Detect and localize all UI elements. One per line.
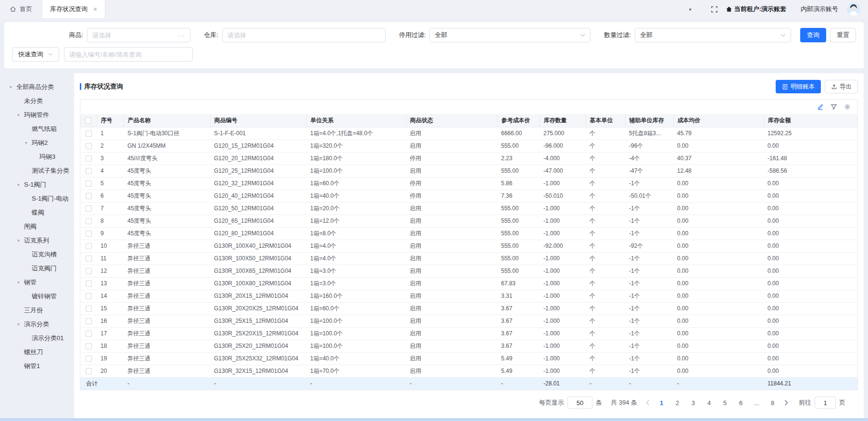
tree-item[interactable]: ▾全部商品分类: [10, 80, 74, 94]
row-checkbox[interactable]: [86, 243, 92, 249]
current-tenant[interactable]: 当前租户:演示账套: [726, 5, 786, 13]
page-button[interactable]: 2: [671, 396, 684, 409]
tree-item[interactable]: 钢管1: [10, 359, 74, 373]
tree-item[interactable]: ▾S-1阀门: [10, 178, 74, 191]
row-checkbox[interactable]: [86, 180, 92, 187]
row-checkbox[interactable]: [86, 218, 92, 224]
table-row[interactable]: 12异径三通G130R_100X65_12RM01G041箱=3.0个启用555…: [80, 265, 857, 277]
page-button[interactable]: 5: [718, 396, 731, 409]
more-options-icon[interactable]: ···: [177, 32, 185, 39]
tree-item[interactable]: 燃气纸箱: [10, 122, 74, 136]
row-checkbox[interactable]: [86, 281, 92, 287]
row-checkbox[interactable]: [86, 143, 92, 149]
table-row[interactable]: 745度弯头G120_50_12RM01G041箱=20.0个启用555.00-…: [80, 202, 857, 215]
tree-item[interactable]: 演示分类01: [10, 331, 74, 345]
table-row[interactable]: 17异径三通G130R_25X20X15_12RM01G041箱=100.0个启…: [80, 327, 857, 340]
expand-arrow-icon[interactable]: ▾: [10, 85, 16, 89]
row-checkbox[interactable]: [86, 155, 92, 162]
row-checkbox[interactable]: [86, 343, 92, 349]
row-checkbox[interactable]: [86, 268, 92, 274]
tab-home[interactable]: 首页: [0, 0, 42, 18]
table-row[interactable]: 345////度弯头G120_20_12RM01G041箱=180.0个停用2.…: [80, 152, 857, 165]
table-row[interactable]: 1S-1阀门-电动30口径S-1-F-E-0011箱=4.0个,1托盘=48.0…: [80, 127, 857, 140]
product-select-input[interactable]: [92, 32, 175, 39]
tree-item[interactable]: S-1阀门-电动: [10, 191, 74, 205]
row-checkbox[interactable]: [86, 130, 92, 137]
page-more-button[interactable]: ...: [750, 396, 763, 409]
search-button[interactable]: 查询: [800, 28, 826, 42]
row-checkbox[interactable]: [86, 318, 92, 324]
row-checkbox[interactable]: [86, 306, 92, 312]
row-checkbox[interactable]: [86, 230, 92, 237]
warehouse-select[interactable]: [222, 28, 386, 42]
table-row[interactable]: 11异径三通G130R_100X50_12RM01G041箱=4.0个启用555…: [80, 252, 857, 265]
tree-item[interactable]: 测试子集分类: [10, 164, 74, 178]
account-name[interactable]: 内部演示账号: [801, 5, 838, 13]
tree-item[interactable]: ▾迈克系列: [10, 233, 74, 247]
warehouse-select-input[interactable]: [227, 32, 380, 39]
detail-ledger-button[interactable]: 明细账本: [776, 80, 821, 93]
tree-item[interactable]: 三月份: [10, 303, 74, 317]
quick-query-input[interactable]: [69, 51, 188, 58]
table-row[interactable]: 945度弯头G120_80_12RM01G041箱=8.0个启用555.00-1…: [80, 227, 857, 240]
table-row[interactable]: 16异径三通G130R_25X15_12RM01G041箱=100.0个启用3.…: [80, 315, 857, 327]
tree-item[interactable]: 蝶阀: [10, 205, 74, 219]
page-button[interactable]: 3: [687, 396, 700, 409]
next-page-button[interactable]: [784, 400, 788, 406]
tree-item[interactable]: 未分类: [10, 94, 74, 108]
tab-inventory-query[interactable]: 库存状况查询 ×: [42, 0, 105, 18]
table-row[interactable]: 645度弯头G120_40_12RM01G041箱=40.0个停用7.36-50…: [80, 190, 857, 202]
filter-icon[interactable]: [830, 103, 837, 110]
row-checkbox[interactable]: [86, 368, 92, 374]
reset-button[interactable]: 重置: [830, 28, 856, 42]
tree-item[interactable]: 闸阀: [10, 219, 74, 233]
expand-arrow-icon[interactable]: ▾: [17, 113, 24, 117]
tree-item[interactable]: 迈克阀门: [10, 261, 74, 275]
table-row[interactable]: 20异径三通G130R_32X15_12RM01G041箱=70.0个启用5.4…: [80, 365, 857, 377]
table-row[interactable]: 19异径三通G130R_25X25X32_12RM01G041箱=40.0个启用…: [80, 352, 857, 365]
page-button[interactable]: 6: [734, 396, 747, 409]
table-row[interactable]: 15异径三通G130R_20X20X25_12RM01G041箱=60.0个启用…: [80, 302, 857, 315]
disable-filter-select[interactable]: 全部: [429, 28, 591, 42]
row-checkbox[interactable]: [86, 193, 92, 199]
row-checkbox[interactable]: [86, 255, 92, 262]
expand-arrow-icon[interactable]: ▾: [17, 182, 24, 187]
expand-arrow-icon[interactable]: ▾: [17, 238, 24, 243]
row-checkbox[interactable]: [86, 356, 92, 362]
row-checkbox[interactable]: [86, 331, 92, 337]
gear-icon[interactable]: [844, 103, 851, 110]
close-tab-icon[interactable]: ×: [93, 6, 97, 13]
prev-page-button[interactable]: [646, 400, 650, 406]
row-checkbox[interactable]: [86, 168, 92, 174]
goto-page-input[interactable]: [815, 396, 836, 409]
tree-item[interactable]: 螺丝刀: [10, 345, 74, 359]
tree-item[interactable]: 玛钢3: [10, 150, 74, 164]
tree-item[interactable]: ▾玛钢2: [10, 136, 74, 150]
export-button[interactable]: 导出: [825, 80, 858, 93]
tabs-dropdown-icon[interactable]: ▾: [689, 7, 692, 12]
quick-query-dropdown[interactable]: 快速查询: [12, 47, 59, 62]
edit-icon[interactable]: [817, 103, 824, 110]
fullscreen-icon[interactable]: [711, 6, 718, 13]
tree-item[interactable]: ▾玛钢管件: [10, 108, 74, 122]
table-row[interactable]: 10异径三通G130R_100X40_12RM01G041箱=4.0个启用555…: [80, 240, 857, 252]
table-row[interactable]: 545度弯头G120_32_12RM01G041箱=60.0个停用5.86-1.…: [80, 177, 857, 190]
page-button[interactable]: 1: [655, 396, 668, 409]
page-button[interactable]: 8: [766, 396, 779, 409]
table-row[interactable]: 18异径三通G130R_25X20_12RM01G041箱=100.0个启用3.…: [80, 340, 857, 352]
row-checkbox[interactable]: [86, 293, 92, 299]
expand-arrow-icon[interactable]: ▾: [17, 322, 24, 327]
table-row[interactable]: 445度弯头G120_25_12RM01G041箱=100.0个启用555.00…: [80, 165, 857, 177]
qty-filter-select[interactable]: 全部: [635, 28, 791, 42]
tree-item[interactable]: 迈克沟槽: [10, 247, 74, 261]
per-page-input[interactable]: [567, 396, 592, 409]
quick-query-box[interactable]: [64, 47, 193, 62]
tree-item[interactable]: ▾演示分类: [10, 317, 74, 331]
table-row[interactable]: 2GN 1/2X45MMG120_15_12RM01G041箱=320.0个启用…: [80, 140, 857, 152]
select-all-checkbox[interactable]: [85, 117, 91, 124]
tree-item[interactable]: 镀锌钢管: [10, 289, 74, 303]
table-row[interactable]: 14异径三通G130R_20X15_12RM01G041箱=160.0个启用3.…: [80, 290, 857, 302]
tree-item[interactable]: ▾钢管: [10, 275, 74, 289]
row-checkbox[interactable]: [86, 205, 92, 212]
product-select[interactable]: ···: [87, 28, 190, 42]
